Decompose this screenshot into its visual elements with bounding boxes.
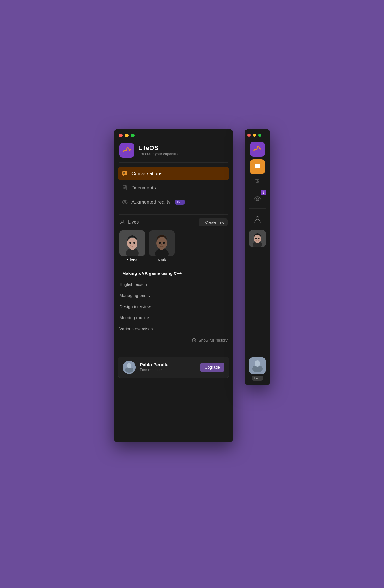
show-history-button[interactable]: Show full history [114, 334, 233, 347]
svg-rect-3 [123, 173, 125, 174]
avatar-mark[interactable]: Mark [149, 230, 175, 262]
user-info: Pablo Peralta Free member [140, 362, 196, 372]
user-plan: Free member [140, 368, 196, 372]
avatar-siena[interactable]: Siena [119, 230, 145, 262]
svg-point-15 [133, 242, 135, 244]
mini-close-button[interactable] [247, 134, 251, 137]
lives-section: Lives + Create new [114, 218, 233, 268]
svg-point-19 [156, 237, 167, 249]
avatars-row: Siena [119, 230, 228, 262]
conv-label-exercises: Various exercises [119, 326, 153, 331]
svg-point-34 [257, 198, 259, 200]
mini-window: Free [245, 129, 270, 385]
maximize-button[interactable] [131, 134, 135, 137]
mini-user-avatar[interactable] [249, 357, 266, 374]
svg-rect-2 [123, 172, 125, 173]
mini-nav-documents[interactable] [250, 175, 265, 190]
svg-point-41 [255, 238, 257, 239]
app-title-group: LifeOS Empower your capabilities [138, 144, 181, 156]
section-divider-1 [119, 214, 228, 215]
svg-point-27 [127, 363, 131, 368]
person-icon [119, 219, 125, 225]
nav-item-conversations[interactable]: Conversations [118, 167, 229, 180]
conv-label-briefs: Managing briefs [119, 293, 150, 298]
svg-point-21 [163, 242, 165, 244]
show-history-label: Show full history [199, 338, 228, 343]
siena-avatar-image [119, 230, 145, 256]
mini-lives-icon [250, 212, 265, 227]
conversation-item-briefs[interactable]: Managing briefs [119, 290, 228, 301]
create-new-button[interactable]: + Create new [199, 218, 228, 226]
conversation-item-vr-game[interactable]: Making a VR game using C++ [119, 268, 228, 278]
close-button[interactable] [119, 134, 123, 137]
svg-point-42 [258, 238, 260, 239]
upgrade-button[interactable]: Upgrade [200, 363, 224, 372]
mark-avatar-image [149, 230, 175, 256]
conv-label-design: Design interview [119, 304, 151, 309]
app-title: LifeOS [138, 144, 181, 152]
svg-point-33 [255, 197, 260, 201]
mini-traffic-lights [247, 134, 261, 137]
document-icon [122, 185, 128, 191]
conversation-item-design[interactable]: Design interview [119, 301, 228, 312]
conversation-item-exercises[interactable]: Various exercises [119, 323, 228, 334]
svg-point-45 [255, 360, 260, 367]
mini-app-logo [250, 142, 265, 157]
conversation-item-english[interactable]: English lesson [119, 279, 228, 290]
nav-item-documents[interactable]: Documents [118, 181, 229, 194]
lock-badge [261, 190, 266, 195]
mini-chat-icon [254, 163, 261, 171]
svg-rect-0 [122, 171, 127, 175]
svg-rect-28 [255, 164, 260, 168]
chat-icon [122, 171, 128, 177]
conversations-label: Conversations [131, 171, 162, 177]
svg-point-22 [161, 244, 162, 245]
conv-label-morning: Morning routine [119, 315, 149, 320]
user-avatar [123, 361, 136, 374]
svg-point-40 [254, 235, 261, 243]
mini-maximize-button[interactable] [258, 134, 261, 137]
mini-title-bar [245, 129, 270, 139]
siena-name: Siena [127, 258, 137, 262]
augmented-reality-label: Augmented reality [131, 199, 170, 205]
svg-rect-35 [263, 192, 264, 194]
traffic-lights [119, 134, 135, 137]
conversations-list: Making a VR game using C++ English lesso… [114, 268, 233, 334]
mini-minimize-button[interactable] [253, 134, 256, 137]
minimize-button[interactable] [125, 134, 129, 137]
app-logo [119, 143, 134, 158]
main-window: LifeOS Empower your capabilities Co [114, 129, 233, 442]
mini-nav-augmented-reality[interactable] [250, 191, 265, 206]
mini-nav-conversations[interactable] [250, 159, 265, 174]
mini-divider [249, 208, 266, 209]
app-header: LifeOS Empower your capabilities [114, 137, 233, 162]
eye-icon [122, 199, 128, 205]
conversation-item-morning[interactable]: Morning routine [119, 312, 228, 323]
svg-point-13 [127, 238, 137, 249]
svg-point-8 [124, 201, 126, 203]
mini-eye-icon [254, 195, 261, 202]
app-subtitle: Empower your capabilities [138, 152, 181, 156]
svg-marker-29 [255, 168, 257, 169]
desktop: LifeOS Empower your capabilities Co [114, 129, 270, 442]
conv-label-vr-game: Making a VR game using C++ [122, 271, 182, 276]
svg-point-36 [256, 216, 259, 220]
mark-name: Mark [157, 258, 166, 262]
nav-section: Conversations Documents [114, 163, 233, 211]
svg-point-7 [122, 200, 127, 204]
mini-siena-avatar[interactable] [249, 230, 266, 247]
title-bar [114, 129, 233, 137]
nav-item-augmented-reality[interactable]: Augmented reality Pro [118, 196, 229, 209]
lives-header: Lives + Create new [119, 218, 228, 226]
mini-document-icon [254, 179, 261, 187]
mini-nav [245, 159, 270, 206]
user-footer: Pablo Peralta Free member Upgrade [118, 357, 229, 378]
svg-point-20 [159, 242, 161, 244]
mini-free-badge: Free [252, 376, 263, 381]
section-divider-2 [119, 350, 228, 350]
conv-label-english: English lesson [119, 282, 147, 287]
lives-title: Lives [128, 220, 139, 225]
user-name: Pablo Peralta [140, 362, 196, 368]
history-icon [192, 338, 196, 343]
lives-title-group: Lives [119, 219, 139, 225]
